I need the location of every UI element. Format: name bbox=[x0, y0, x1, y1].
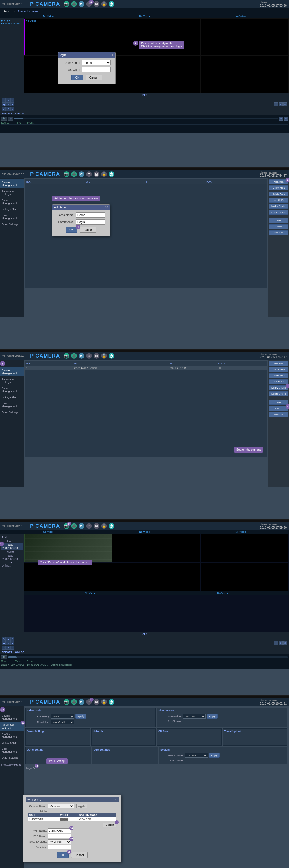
ptz-center[interactable]: ● bbox=[6, 102, 10, 106]
lock-icon-btn-2[interactable]: 🔒 bbox=[101, 171, 107, 177]
ptz-right[interactable]: ▶ bbox=[10, 102, 14, 106]
panel-btn-select-all[interactable]: Select All bbox=[269, 230, 288, 235]
vp-resolution-select[interactable]: 4M*2592 bbox=[183, 714, 206, 719]
refresh-icon-btn-4[interactable]: ↺ bbox=[79, 523, 84, 529]
log-search-icon[interactable]: 🔍 bbox=[1, 117, 7, 121]
parent-area-input[interactable] bbox=[76, 219, 105, 224]
wifi-search-btn[interactable]: Search bbox=[103, 823, 116, 827]
power-icon-btn-4[interactable]: ⏻ bbox=[109, 523, 114, 529]
power-icon-btn-1[interactable]: ⏻ bbox=[109, 1, 114, 7]
sidebar-linkage-3[interactable]: Linkage Alarm bbox=[0, 394, 24, 400]
ptz-upleft[interactable]: ↖ bbox=[2, 98, 6, 102]
sys-camera-select[interactable]: Camera bbox=[185, 753, 208, 758]
camera-row-3[interactable]: 1 2222-44987-EA8A8 192.168.1.119 80 bbox=[25, 366, 267, 370]
frequency-select[interactable]: 50HZ60HZ bbox=[51, 714, 74, 719]
camera-icon-btn-3[interactable]: 📷 bbox=[64, 353, 69, 359]
tree-lip[interactable]: ▶ LIP bbox=[1, 535, 23, 539]
ptz-down[interactable]: ▼ bbox=[6, 107, 10, 111]
rp-add-3[interactable]: Add bbox=[269, 400, 288, 405]
ptz-u-4[interactable]: ▲ bbox=[6, 637, 10, 641]
ptz-left[interactable]: ◀ bbox=[2, 102, 6, 106]
panel-btn-delete-device[interactable]: Delete Device bbox=[269, 210, 288, 215]
settings-icon-btn-2[interactable]: ⚙ bbox=[86, 171, 92, 177]
sidebar-param-5[interactable]: Parameter settings bbox=[0, 722, 24, 731]
add-area-ok-btn[interactable]: OK bbox=[66, 227, 77, 232]
rp-delete-device-3[interactable]: Delete Device bbox=[269, 392, 288, 396]
resolution-select[interactable]: mainProfile bbox=[51, 720, 74, 724]
monitor-icon-btn-2[interactable]: 🖥 bbox=[94, 171, 99, 177]
log-scrollbar-track[interactable] bbox=[14, 118, 278, 120]
log-filter-icon[interactable]: ⚙ bbox=[8, 117, 13, 121]
lock-icon-btn-4[interactable]: 🔒 bbox=[101, 523, 107, 529]
nav-current-1[interactable]: Current Screen bbox=[18, 10, 38, 13]
lock-icon-btn-3[interactable]: 🔒 bbox=[101, 353, 107, 359]
area-name-input[interactable] bbox=[76, 212, 105, 218]
tree-cam2[interactable]: 2222-44987-EA8A8 bbox=[1, 554, 23, 561]
sidebar-record-mgmt[interactable]: Record Management bbox=[0, 197, 24, 206]
power-icon-btn-3[interactable]: ⏻ bbox=[109, 353, 114, 359]
panel-btn-modify-device[interactable]: Modify Device bbox=[269, 204, 288, 209]
gi-small-4[interactable]: ▪ bbox=[274, 641, 278, 645]
log-grid-small[interactable]: ⊟ bbox=[279, 117, 283, 121]
ptz-dr-4[interactable]: ↘ bbox=[10, 646, 14, 650]
login-dialog[interactable]: login ✕ User Name: admin Password: OK Ca… bbox=[58, 52, 116, 84]
sidebar-linkage-alarm[interactable]: Linkage Alarm bbox=[0, 206, 24, 212]
panel-btn-add[interactable]: Add bbox=[269, 218, 288, 223]
ptz-d-4[interactable]: ▼ bbox=[6, 646, 10, 650]
sidebar-user-3[interactable]: User Management bbox=[0, 400, 24, 409]
video-param-apply[interactable]: Apply bbox=[207, 714, 218, 719]
tree-uid-5[interactable]: 2222-44987-EA8A8 bbox=[0, 763, 24, 767]
wifi-security-select[interactable]: WPA-PSK bbox=[48, 839, 71, 844]
add-area-dialog[interactable]: Add Area ✕ Area Name: Parent Area: OK 4 … bbox=[52, 204, 110, 237]
rp-select-all-3[interactable]: Select All bbox=[269, 412, 288, 417]
ptz-ur-4[interactable]: ↗ bbox=[10, 637, 14, 641]
login-cancel-btn[interactable]: Cancel bbox=[85, 75, 102, 81]
sidebar-user-5[interactable]: User Management bbox=[0, 746, 24, 755]
ptz-dl-4[interactable]: ↙ bbox=[2, 646, 6, 650]
sidebar-other-settings[interactable]: Other Settings bbox=[0, 221, 24, 227]
sidebar-param-settings[interactable]: Parameter settings bbox=[0, 188, 24, 197]
login-username-select[interactable]: admin bbox=[82, 60, 111, 65]
panel-btn-input-uid[interactable]: Input UID bbox=[269, 197, 288, 203]
power-icon-btn-5[interactable]: ⏻ bbox=[109, 699, 114, 705]
monitor-icon-btn-3[interactable]: 🖥 bbox=[94, 353, 99, 359]
add-area-cancel-btn[interactable]: Cancel bbox=[80, 227, 96, 232]
wifi-table-row-1[interactable]: JKDCPOTK ▓▓▓▓ WPA-PSK bbox=[28, 817, 116, 822]
ptz-downright[interactable]: ↘ bbox=[10, 107, 14, 111]
gi-4x4-4[interactable]: ▦ bbox=[279, 641, 283, 645]
add-icon-btn-4[interactable]: ➕ bbox=[71, 523, 77, 529]
sidebar-other-3[interactable]: Other Settings bbox=[0, 409, 24, 415]
sidebar-record-5[interactable]: Record Management bbox=[0, 731, 24, 740]
nav-begin-1[interactable]: Begin bbox=[3, 10, 10, 13]
wifi-cam-apply-btn[interactable]: Apply bbox=[76, 804, 87, 808]
tree-online[interactable]: ● Online... bbox=[1, 561, 23, 568]
grid-2x2-icon[interactable]: ▦ bbox=[279, 102, 283, 106]
ptz-upright[interactable]: ↗ bbox=[10, 98, 14, 102]
sidebar-other-5[interactable]: Other Settings bbox=[0, 755, 24, 761]
panel-btn-search[interactable]: Search bbox=[269, 224, 288, 229]
log-search-icon-4[interactable]: 🔍 bbox=[1, 655, 7, 659]
lock-icon-btn-1[interactable]: 🔒 bbox=[101, 1, 107, 7]
ptz-c-4[interactable]: ● bbox=[6, 641, 10, 645]
sidebar-user-mgmt[interactable]: User Management bbox=[0, 212, 24, 221]
sidebar-device-mgmt[interactable]: Device Management bbox=[0, 179, 24, 188]
power-icon-btn-2[interactable]: ⏻ bbox=[109, 171, 114, 177]
ptz-r-4[interactable]: ▶ bbox=[10, 641, 14, 645]
sidebar-device-mgmt-3[interactable]: Device Management bbox=[0, 368, 24, 376]
add-icon-btn-3[interactable]: ➕ bbox=[71, 353, 77, 359]
refresh-icon-btn-5[interactable]: ↺ bbox=[79, 699, 84, 705]
rp-input-uid-3[interactable]: Input UID bbox=[269, 379, 288, 384]
rp-modify-area-3[interactable]: Modify Area bbox=[269, 367, 288, 372]
grid-1x1-icon[interactable]: ▪ bbox=[274, 102, 278, 106]
wifi-cam-name-select[interactable]: Camera bbox=[48, 804, 74, 808]
login-password-input[interactable] bbox=[82, 67, 111, 72]
monitor-icon-btn-1[interactable]: 🖥 bbox=[94, 1, 99, 7]
rp-add-area-3[interactable]: Add Area bbox=[269, 361, 288, 366]
rp-delete-area-3[interactable]: Delete Area bbox=[269, 373, 288, 378]
sidebar-device-mgmt-5[interactable]: Device Management bbox=[0, 713, 24, 722]
ptz-up[interactable]: ▲ bbox=[6, 98, 10, 102]
settings-icon-btn-4[interactable]: ⚙ bbox=[86, 523, 92, 529]
wifi-auth-input[interactable] bbox=[48, 845, 71, 849]
refresh-icon-btn-2[interactable]: ↺ bbox=[79, 171, 84, 177]
monitor-icon-btn-5[interactable]: 🖥 bbox=[94, 699, 99, 705]
